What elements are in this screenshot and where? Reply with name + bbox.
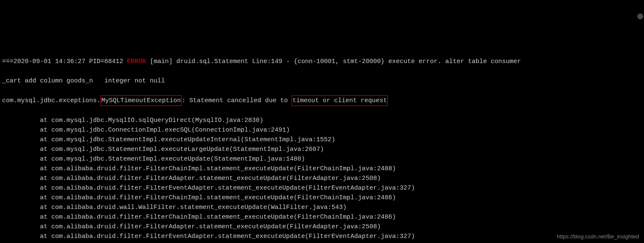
stackframe: at com.alibaba.druid.filter.FilterAdapte… xyxy=(2,174,642,183)
log-level: ERROR xyxy=(127,58,146,65)
exception-package: com.mysql.jdbc.exceptions. xyxy=(2,97,101,104)
stackframe-text: at com.mysql.jdbc.StatementImpl.executeL… xyxy=(40,146,324,153)
logger: druid.sql.Statement xyxy=(176,58,248,65)
stackframe-text: at com.mysql.jdbc.ConnectionImpl.execSQL… xyxy=(40,127,290,134)
line-num: Line:149 xyxy=(252,58,282,65)
stackframe-text: at com.alibaba.druid.filter.FilterAdapte… xyxy=(40,223,381,230)
stackframe-text: at com.alibaba.druid.filter.FilterChainI… xyxy=(40,214,396,221)
stackframe: at com.alibaba.druid.wall.WallFilter.sta… xyxy=(2,203,642,212)
stackframe: at com.alibaba.druid.filter.FilterChainI… xyxy=(2,164,642,174)
stackframe: at com.mysql.jdbc.StatementImpl.executeL… xyxy=(2,145,642,154)
context: {conn-10001, stmt-20000} xyxy=(294,58,384,65)
stackframe: at com.alibaba.druid.filter.FilterEventA… xyxy=(2,232,642,241)
stackframe: at com.mysql.jdbc.StatementImpl.executeU… xyxy=(2,154,642,164)
sql-text-3: integer not null xyxy=(104,77,165,85)
stackframe: at com.mysql.jdbc.StatementImpl.executeU… xyxy=(2,135,642,145)
stackframe-text: at com.alibaba.druid.wall.WallFilter.sta… xyxy=(40,204,347,211)
exception-cause-highlight: timeout or client request xyxy=(292,95,388,106)
scrollbar-thumb[interactable] xyxy=(637,13,643,19)
stackframe: at com.alibaba.druid.filter.FilterChainI… xyxy=(2,241,642,243)
sql-text-2: _cart add column goods_n xyxy=(2,77,93,85)
stackframe-text: at com.alibaba.druid.filter.FilterChainI… xyxy=(40,165,396,172)
timestamp: 2020-09-01 14:36:27 xyxy=(13,58,85,65)
stackframe: at com.alibaba.druid.filter.FilterAdapte… xyxy=(2,222,642,232)
exception-class-highlight: MySQLTimeoutException xyxy=(101,95,182,106)
stackframe: at com.mysql.jdbc.ConnectionImpl.execSQL… xyxy=(2,125,642,135)
log-header-line1: ===2020-09-01 14:36:27 PID=68412 ERROR [… xyxy=(2,57,642,66)
stackframe-text: at com.mysql.jdbc.StatementImpl.executeU… xyxy=(40,156,305,163)
stackframe: at com.alibaba.druid.filter.FilterEventA… xyxy=(2,183,642,193)
stackframe: at com.alibaba.druid.filter.FilterChainI… xyxy=(2,193,642,203)
exception-colon: : xyxy=(182,97,186,104)
exception-line: com.mysql.jdbc.exceptions.MySQLTimeoutEx… xyxy=(2,95,642,106)
watermark: https://blog.csdn.net/Be_insighted xyxy=(557,232,639,241)
pid: PID=68412 xyxy=(89,58,123,65)
log-header-line2: _cart add column goods_n integer not nul… xyxy=(2,76,642,86)
log-prefix: === xyxy=(2,58,13,65)
stackframe-text: at com.alibaba.druid.filter.FilterEventA… xyxy=(40,185,415,192)
separator: - xyxy=(286,58,290,65)
stackframe-text: at com.mysql.jdbc.MysqlIO.sqlQueryDirect… xyxy=(40,117,263,124)
stackframe-text: at com.alibaba.druid.filter.FilterEventA… xyxy=(40,233,415,240)
stackframe-text: at com.alibaba.druid.filter.FilterAdapte… xyxy=(40,175,381,182)
stackframe-text: at com.alibaba.druid.filter.FilterChainI… xyxy=(40,194,396,201)
log-output: ===2020-09-01 14:36:27 PID=68412 ERROR [… xyxy=(2,47,642,243)
error-msg: execute error. xyxy=(388,58,441,65)
sql-text-1: alter table consumer xyxy=(445,58,521,65)
stackframe-text: at com.mysql.jdbc.StatementImpl.executeU… xyxy=(40,136,335,143)
stackframe: at com.mysql.jdbc.MysqlIO.sqlQueryDirect… xyxy=(2,116,642,125)
exception-msg-prefix: Statement cancelled due to xyxy=(186,97,292,104)
stackframe: at com.alibaba.druid.filter.FilterChainI… xyxy=(2,212,642,222)
thread: [main] xyxy=(150,58,172,65)
stacktrace: at com.mysql.jdbc.MysqlIO.sqlQueryDirect… xyxy=(2,116,642,243)
